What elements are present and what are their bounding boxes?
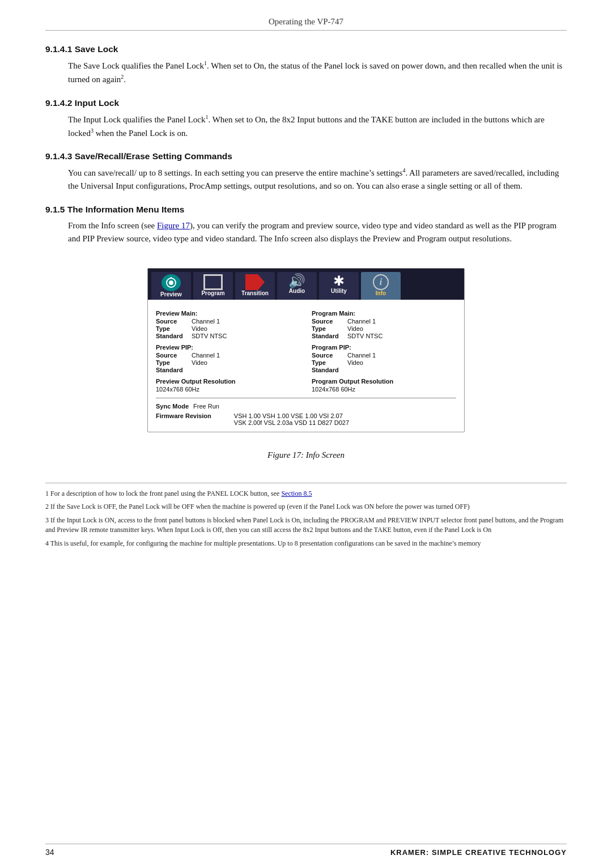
tab-program-label: Program <box>201 290 224 296</box>
footnote-1: 1 For a description of how to lock the f… <box>45 489 567 499</box>
program-output-value: 1024x768 60Hz <box>312 386 355 393</box>
sync-mode-label: Sync Mode <box>156 403 189 410</box>
sync-mode-value: Free Run <box>193 403 219 410</box>
program-pip-standard-label: Standard <box>312 367 343 373</box>
preview-main-source-label: Source <box>156 318 187 325</box>
info-screen-figure: Preview Program Transition 🔊 <box>147 268 465 432</box>
program-main-type-label: Type <box>312 325 343 332</box>
section-9141-body: The Save Lock qualifies the Panel Lock1.… <box>68 59 567 87</box>
program-main-title: Program Main: <box>312 310 456 317</box>
company-name: KRAMER: SIMPLE CREATIVE TECHNOLOGY <box>390 848 567 857</box>
preview-icon <box>162 274 181 291</box>
program-pip-source-row: Source Channel 1 <box>312 352 456 359</box>
preview-main-standard-value: SDTV NTSC <box>192 333 227 339</box>
program-pip-title: Program PIP: <box>312 344 456 351</box>
preview-pip-source-value: Channel 1 <box>192 352 220 359</box>
firmware-values2: VSK 2.00f VSL 2.03a VSD 11 D827 D027 <box>234 419 349 426</box>
preview-main-standard-row: Standard SDTV NTSC <box>156 333 300 339</box>
tab-audio-label: Audio <box>289 288 305 294</box>
program-main-type-row: Type Video <box>312 325 456 332</box>
preview-main-type-label: Type <box>156 325 187 332</box>
firmware-label-block: Firmware Revision <box>156 412 211 426</box>
preview-main-source-row: Source Channel 1 <box>156 318 300 325</box>
firmware-row: Firmware Revision VSH 1.00 VSH 1.00 VSE … <box>156 412 456 426</box>
footnotes-area: 1 For a description of how to lock the f… <box>45 483 567 548</box>
tab-utility-label: Utility <box>331 288 347 294</box>
preview-pip-type-value: Video <box>192 359 207 366</box>
tab-program[interactable]: Program <box>193 272 233 300</box>
preview-pip-source-row: Source Channel 1 <box>156 352 300 359</box>
preview-output-value-row: 1024x768 60Hz <box>156 386 300 393</box>
program-pip-source-label: Source <box>312 352 343 359</box>
program-main-standard-row: Standard SDTV NTSC <box>312 333 456 339</box>
info-bottom-row: Sync Mode Free Run <box>156 403 456 410</box>
info-col-preview: Preview Main: Source Channel 1 Type Vide… <box>156 305 300 393</box>
tab-transition[interactable]: Transition <box>235 272 275 300</box>
program-pip-type-value: Video <box>347 359 363 366</box>
preview-pip-standard-label: Standard <box>156 367 187 373</box>
figure17-link[interactable]: Figure 17 <box>157 221 190 230</box>
svg-point-1 <box>169 280 173 285</box>
firmware-label: Firmware Revision <box>156 412 211 419</box>
section-9141-heading: 9.1.4.1 Save Lock <box>45 44 567 54</box>
program-pip-type-row: Type Video <box>312 359 456 366</box>
preview-output-title: Preview Output Resolution <box>156 378 300 385</box>
tab-info[interactable]: i Info <box>361 272 401 300</box>
program-icon <box>203 274 223 290</box>
header-title: Operating the VP-747 <box>269 17 343 26</box>
preview-main-title: Preview Main: <box>156 310 300 317</box>
tab-audio[interactable]: 🔊 Audio <box>277 272 317 300</box>
preview-output-value: 1024x768 60Hz <box>156 386 199 393</box>
program-main-standard-label: Standard <box>312 333 343 339</box>
section-9143-heading: 9.1.4.3 Save/Recall/Erase Setting Comman… <box>45 151 567 161</box>
tab-transition-label: Transition <box>241 290 269 296</box>
program-main-source-value: Channel 1 <box>347 318 376 325</box>
page-header: Operating the VP-747 <box>45 17 567 31</box>
section85-link[interactable]: Section 8.5 <box>281 490 312 497</box>
program-pip-type-label: Type <box>312 359 343 366</box>
tab-utility[interactable]: ✱ Utility <box>319 272 359 300</box>
page-footer: 34 KRAMER: SIMPLE CREATIVE TECHNOLOGY <box>45 844 567 857</box>
program-main-source-label: Source <box>312 318 343 325</box>
transition-icon <box>245 274 265 290</box>
tab-info-label: Info <box>376 290 386 296</box>
preview-pip-title: Preview PIP: <box>156 344 300 351</box>
firmware-values: VSH 1.00 VSH 1.00 VSE 1.00 VSI 2.07 <box>234 412 343 419</box>
audio-icon: 🔊 <box>288 274 305 288</box>
utility-icon: ✱ <box>333 274 345 288</box>
program-main-standard-value: SDTV NTSC <box>347 333 382 339</box>
section-915-heading: 9.1.5 The Information Menu Items <box>45 205 567 215</box>
program-pip-standard-row: Standard <box>312 367 456 373</box>
program-main-source-row: Source Channel 1 <box>312 318 456 325</box>
footnote-2: 2 If the Save Lock is OFF, the Panel Loc… <box>45 502 567 512</box>
info-columns: Preview Main: Source Channel 1 Type Vide… <box>156 305 456 393</box>
program-pip-source-value: Channel 1 <box>347 352 376 359</box>
info-col-program: Program Main: Source Channel 1 Type Vide… <box>312 305 456 393</box>
section-9143-body: You can save/recall/ up to 8 settings. I… <box>68 166 567 193</box>
preview-pip-type-row: Type Video <box>156 359 300 366</box>
section-9142-heading: 9.1.4.2 Input Lock <box>45 98 567 108</box>
figure-caption: Figure 17: Info Screen <box>267 450 345 460</box>
preview-pip-type-label: Type <box>156 359 187 366</box>
info-tabs-row: Preview Program Transition 🔊 <box>148 269 464 300</box>
preview-main-standard-label: Standard <box>156 333 187 339</box>
info-divider <box>156 398 456 398</box>
sync-mode-block: Sync Mode Free Run <box>156 403 219 410</box>
tab-preview-label: Preview <box>160 291 182 297</box>
info-content-area: Preview Main: Source Channel 1 Type Vide… <box>148 300 464 432</box>
section-915-body: From the Info screen (see Figure 17), yo… <box>68 219 567 246</box>
footnote-4: 4 This is useful, for example, for confi… <box>45 539 567 548</box>
firmware-values-block: VSH 1.00 VSH 1.00 VSE 1.00 VSI 2.07 VSK … <box>234 412 349 426</box>
info-icon: i <box>373 274 389 290</box>
tab-preview[interactable]: Preview <box>151 272 191 300</box>
preview-pip-standard-row: Standard <box>156 367 300 373</box>
page-number: 34 <box>45 848 54 857</box>
section-9142-body: The Input Lock qualifies the Panel Lock1… <box>68 113 567 141</box>
program-main-type-value: Video <box>347 325 363 332</box>
footnote-3: 3 If the Input Lock is ON, access to the… <box>45 516 567 535</box>
program-output-value-row: 1024x768 60Hz <box>312 386 456 393</box>
program-output-title: Program Output Resolution <box>312 378 456 385</box>
preview-main-source-value: Channel 1 <box>192 318 220 325</box>
preview-main-type-row: Type Video <box>156 325 300 332</box>
preview-pip-source-label: Source <box>156 352 187 359</box>
